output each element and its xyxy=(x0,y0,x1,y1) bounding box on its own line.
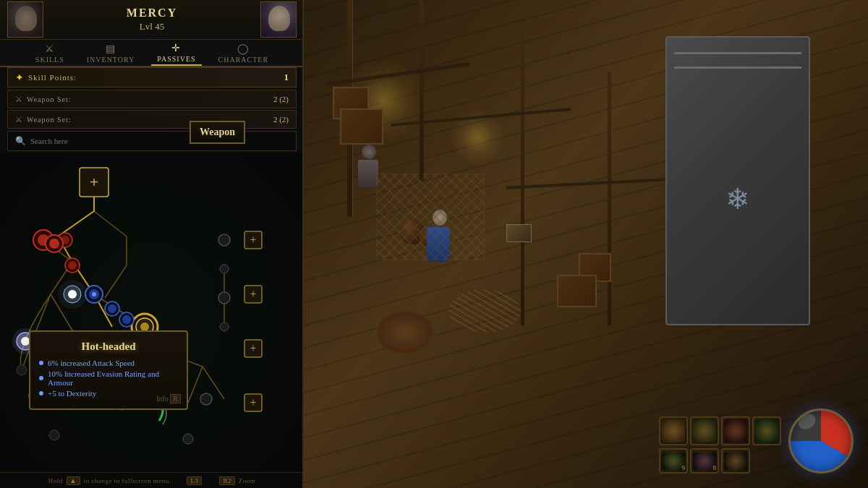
weapon-set-1-value: 2 (2) xyxy=(273,95,289,103)
svg-point-66 xyxy=(68,261,77,270)
hint-l3: L3 xyxy=(185,477,203,484)
skill-slot-3[interactable] xyxy=(721,416,750,445)
tooltip-bullet-3 xyxy=(39,391,43,395)
svg-point-79 xyxy=(49,430,59,440)
tab-skills[interactable]: ⚔ Skills xyxy=(30,41,70,65)
character-level: Lvl 45 xyxy=(43,21,260,33)
passive-tree-canvas[interactable]: + + + + xyxy=(0,153,304,488)
svg-line-7 xyxy=(105,265,127,298)
skill-points-icon: ✦ xyxy=(15,72,24,84)
svg-point-48 xyxy=(220,322,229,331)
tooltip-text-2: 10% Increased Evasion Rating and Armour xyxy=(48,369,178,387)
svg-point-62 xyxy=(68,290,77,299)
skills-icon: ⚔ xyxy=(45,43,55,55)
weapon-set-1-icon: ⚔ xyxy=(15,95,22,104)
book-item xyxy=(506,224,532,242)
tooltip-title: Hot-headed xyxy=(39,341,178,353)
svg-point-64 xyxy=(49,239,59,249)
dock-post-3 xyxy=(521,36,524,325)
search-input[interactable] xyxy=(30,137,289,145)
weapon-set-bar-1[interactable]: ⚔ Weapon Set: 2 (2) xyxy=(7,90,297,108)
skill-row-bottom: 9 8 xyxy=(659,448,781,474)
hud-bottom-right: 9 8 xyxy=(659,408,854,474)
search-bar[interactable]: 🔍 xyxy=(7,131,297,151)
skill-slot-1[interactable] xyxy=(659,416,688,445)
inventory-icon: ▤ xyxy=(106,43,116,55)
tab-skills-label: Skills xyxy=(35,56,64,64)
flask-slot-2[interactable]: 8 xyxy=(690,448,719,474)
weapon-set-2-icon: ⚔ xyxy=(15,115,22,124)
svg-line-8 xyxy=(36,294,51,330)
tab-inventory[interactable]: ▤ Inventory xyxy=(81,41,141,65)
weapon-set-2-value: 2 (2) xyxy=(273,115,289,124)
svg-text:+: + xyxy=(250,234,256,246)
dock-post-2 xyxy=(420,0,424,181)
tooltip-bullet-2 xyxy=(39,376,43,380)
tooltip-line-1: 6% increased Attack Speed xyxy=(39,359,178,367)
node-tooltip: Hot-headed 6% increased Attack Speed 10%… xyxy=(29,330,188,410)
character-name-level: MERCY Lvl 45 xyxy=(43,7,260,33)
svg-point-78 xyxy=(17,365,27,375)
character-portrait-left xyxy=(7,1,43,38)
node-plus-4: + xyxy=(244,394,262,411)
flask-num-2: 8 xyxy=(713,464,717,471)
svg-point-49 xyxy=(200,393,212,405)
skill-bar: 9 8 xyxy=(659,416,781,474)
svg-point-46 xyxy=(220,265,229,273)
svg-point-45 xyxy=(218,234,230,246)
skill-slot-4[interactable] xyxy=(752,416,781,445)
node-plus-3: + xyxy=(244,340,262,357)
svg-point-47 xyxy=(218,292,230,304)
svg-text:+: + xyxy=(90,173,99,191)
character-portrait-right xyxy=(260,1,297,38)
node-plus-2: + xyxy=(244,286,262,303)
skill-row-top xyxy=(659,416,781,445)
svg-text:+: + xyxy=(250,288,256,300)
hint-key-hold: ▲ xyxy=(67,476,80,485)
fishing-net xyxy=(376,174,485,260)
tab-character-label: Character xyxy=(218,56,269,64)
skill-slot-2[interactable] xyxy=(690,416,719,445)
character-header: MERCY Lvl 45 xyxy=(0,0,304,40)
svg-point-59 xyxy=(122,315,131,324)
flask-slot-1[interactable]: 9 xyxy=(659,448,688,474)
weapon-label: Weapon xyxy=(190,121,245,144)
passive-panel: MERCY Lvl 45 ⚔ Skills ▤ Inventory ✛ Pass… xyxy=(0,0,304,488)
flask-num-1: 9 xyxy=(682,464,686,471)
winch-mechanism: ❄ xyxy=(665,36,810,325)
svg-point-55 xyxy=(92,292,96,296)
nav-tabs: ⚔ Skills ▤ Inventory ✛ Passives ◯ Charac… xyxy=(0,40,304,67)
crate-2 xyxy=(340,108,383,145)
character-icon: ◯ xyxy=(237,43,250,55)
svg-text:+: + xyxy=(250,342,256,354)
node-plus-1: + xyxy=(244,231,262,249)
search-icon: 🔍 xyxy=(15,136,26,147)
drum-cylinder xyxy=(376,311,434,354)
skill-points-bar: ✦ Skill Points: 1 xyxy=(7,67,297,87)
weapon-set-1-label: Weapon Set: xyxy=(27,95,273,103)
skill-tree-svg: + + + + xyxy=(0,153,304,488)
tooltip-line-2: 10% Increased Evasion Rating and Armour xyxy=(39,369,178,387)
hint-hold: Hold ▲ to change to fullscreen menu. xyxy=(48,477,171,484)
tooltip-text-1: 6% increased Attack Speed xyxy=(48,359,135,367)
flask-slot-3[interactable] xyxy=(721,448,750,474)
weapon-set-bar-2[interactable]: ⚔ Weapon Set: 2 (2) xyxy=(7,110,297,129)
character-name: MERCY xyxy=(43,7,260,20)
rope-pile xyxy=(448,289,521,333)
tooltip-bullet-1 xyxy=(39,361,43,365)
svg-point-57 xyxy=(108,304,116,313)
skill-points-label: Skill Points: xyxy=(28,73,284,82)
svg-point-82 xyxy=(183,434,193,444)
tooltip-info: Info R xyxy=(156,395,181,403)
skill-points-value: 1 xyxy=(284,72,289,83)
hint-key-r2: R2 xyxy=(219,476,235,485)
svg-text:+: + xyxy=(250,396,256,408)
bottom-bar: Hold ▲ to change to fullscreen menu. L3 … xyxy=(0,472,304,488)
svg-line-2 xyxy=(94,211,127,236)
hint-zoom: R2 Zoom xyxy=(218,477,255,484)
tab-passives-label: Passives xyxy=(157,55,195,63)
passives-icon: ✛ xyxy=(171,42,181,54)
tab-character[interactable]: ◯ Character xyxy=(213,41,275,65)
health-mana-orb xyxy=(788,408,854,474)
tab-passives[interactable]: ✛ Passives xyxy=(151,40,201,66)
